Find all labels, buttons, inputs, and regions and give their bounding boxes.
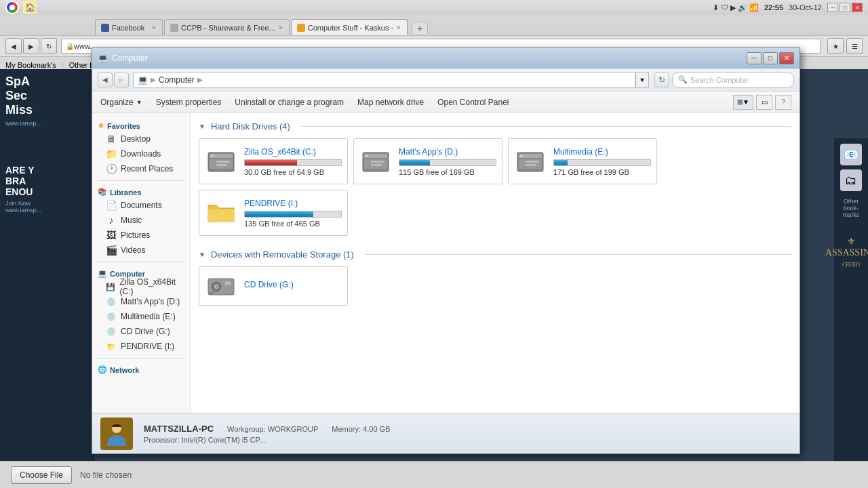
memory-label: Memory: [332,425,361,433]
status-info: MATTSZILLA-PC Workgroup: WORKGROUP Memor… [144,424,791,444]
search-bar[interactable]: 🔍 Search Computer [672,72,794,88]
clock-time: 22:55 [764,3,783,12]
sidebar-item-videos[interactable]: 🎬 Videos [92,243,190,258]
choose-file-button[interactable]: Choose File [11,466,72,484]
path-bar[interactable]: 💻 ▶ Computer ▶ [133,72,635,88]
new-tab-button[interactable]: + [412,22,428,35]
drive-i-progress [244,211,342,218]
open-control-label: Open Control Panel [437,98,509,107]
status-bar: MATTSZILLA-PC Workgroup: WORKGROUP Memor… [92,413,800,453]
path-refresh-button[interactable]: ↻ [654,73,669,87]
browser-maximize[interactable]: □ [840,3,850,12]
forward-button[interactable]: ▶ [23,38,39,54]
dialog-close-button[interactable]: ✕ [779,52,794,64]
sidebar-item-pictures[interactable]: 🖼 Pictures [92,228,190,243]
drive-d-progress [399,159,496,166]
organize-menu[interactable]: Organize ▼ [100,98,142,107]
removable-toggle[interactable]: ▼ [199,251,205,258]
uninstall-button[interactable]: Uninstall or change a program [235,98,344,107]
content-pane: ▼ Hard Disk Drives (4) [191,113,800,413]
back-button[interactable]: ◀ [5,38,22,54]
dialog-maximize-button[interactable]: □ [763,52,778,64]
drive-i-info: PENDRIVE (I:) 135 GB free of 465 GB [244,199,342,228]
dialog-minimize-button[interactable]: ─ [747,52,762,64]
tab-kaskus[interactable]: Computer Stuff - Kaskus - ✕ [291,19,408,35]
sidebar-item-music[interactable]: ♪ Music [92,213,190,228]
path-dropdown-button[interactable]: ▼ [635,72,649,88]
system-properties-button[interactable]: System properties [156,98,222,107]
processor-info: Processor: Intel(R) Core(TM) i5 CP... [144,436,791,444]
drive-c-item[interactable]: Zilla OS_x64Bit (C:) 30.0 GB free of 64.… [199,138,348,184]
downloads-icon: 📁 [106,148,117,159]
bookmark-my-bookmarks[interactable]: My Bookmark's [5,61,56,69]
browser-minimize[interactable]: ─ [827,3,838,12]
browser-close[interactable]: ✕ [852,3,863,12]
system-properties-label: System properties [156,98,222,107]
music-icon: ♪ [106,215,117,226]
sidebar-network-header: 🌐 Network [92,363,190,375]
map-network-label: Map network drive [357,98,424,107]
sidebar-favorites-label: Favorites [107,122,140,130]
tab-facebook[interactable]: Facebook ✕ [95,19,163,35]
sidebar-item-recent[interactable]: 🕐 Recent Places [92,161,190,176]
sidebar-network-label: Network [110,366,139,374]
explorer-main: ★ Favorites 🖥 Desktop 📁 Downloads 🕐 Rece… [92,113,800,413]
sidebar-item-i-drive[interactable]: 📁 PENDRIVE (I:) [92,339,190,354]
toolbar-right: ★ ☰ [827,38,863,54]
right-panel-icon1: 📧 [840,144,862,165]
tab-facebook-close[interactable]: ✕ [151,24,157,31]
drive-d-icon [359,145,392,178]
sidebar-downloads-label: Downloads [121,149,161,159]
sidebar-music-label: Music [121,216,142,225]
svg-point-11 [366,155,368,157]
tab-kaskus-close[interactable]: ✕ [396,24,401,31]
sidebar-item-g-drive[interactable]: 💿 CD Drive (G:) [92,324,190,339]
drive-g-item[interactable]: CD Drive (G:) [199,266,348,306]
refresh-button[interactable]: ↻ [41,38,57,54]
drive-c-icon [205,145,237,178]
memory-value: 4.00 GB [363,425,390,433]
sidebar-item-documents[interactable]: 📄 Documents [92,198,190,213]
settings-button[interactable]: ☰ [846,38,863,54]
svg-rect-5 [216,164,227,166]
svg-rect-26 [210,292,214,293]
sidebar-item-downloads[interactable]: 📁 Downloads [92,146,190,161]
facebook-favicon [101,24,109,32]
map-network-button[interactable]: Map network drive [357,98,424,107]
drive-i-item[interactable]: PENDRIVE (I:) 135 GB free of 465 GB [199,190,348,236]
sidebar-item-d-drive[interactable]: 💿 Matt's App's (D:) [92,294,190,309]
browser-tabs: Facebook ✕ CCPB - Shareware & Free... ✕ … [0,15,868,35]
right-panel-icon2: 🗂 [840,169,862,191]
forward-arrow-button[interactable]: ▶ [114,73,129,87]
view-toggle-button[interactable]: ⊞▼ [733,95,753,110]
sidebar-item-c-drive[interactable]: 💾 Zilla OS_x64Bit (C:) [92,279,190,294]
sidebar-favorites-header: ★ Favorites [92,119,190,131]
drive-e-item[interactable]: Multimedia (E:) 171 GB free of 199 GB [508,138,657,184]
sidebar-item-e-drive[interactable]: 💿 Multimedia (E:) [92,309,190,324]
bookmark-button[interactable]: ★ [827,38,844,54]
drive-d-info: Matt's App's (D:) 115 GB free of 169 GB [399,147,496,176]
right-panel-label: Otherbook-marks [843,198,860,218]
workgroup-value: WORKGROUP [268,425,319,433]
hard-disk-toggle[interactable]: ▼ [199,123,205,130]
tab-ccpb[interactable]: CCPB - Shareware & Free... ✕ [164,19,290,35]
help-button[interactable]: ? [775,95,791,110]
drive-g-icon [205,270,237,302]
choose-file-bar: Choose File No file chosen [0,461,868,488]
tab-ccpb-close[interactable]: ✕ [278,24,283,31]
sidebar-sep3 [98,358,184,359]
sidebar-g-drive-label: CD Drive (G:) [121,327,170,336]
computer-name-text: MATTSZILLA-PC [144,424,214,434]
svg-rect-19 [526,164,536,166]
i-drive-sidebar-icon: 📁 [106,341,117,352]
back-arrow-button[interactable]: ◀ [98,73,113,87]
svg-point-17 [520,155,523,157]
sidebar-item-desktop[interactable]: 🖥 Desktop [92,131,190,146]
drive-e-name: Multimedia (E:) [553,147,651,157]
user-avatar [100,418,133,450]
drive-d-item[interactable]: Matt's App's (D:) 115 GB free of 169 GB [353,138,502,184]
layout-button[interactable]: ▭ [756,95,772,110]
drive-e-info: Multimedia (E:) 171 GB free of 199 GB [553,147,651,176]
open-control-button[interactable]: Open Control Panel [437,98,509,107]
svg-rect-20 [208,209,234,222]
